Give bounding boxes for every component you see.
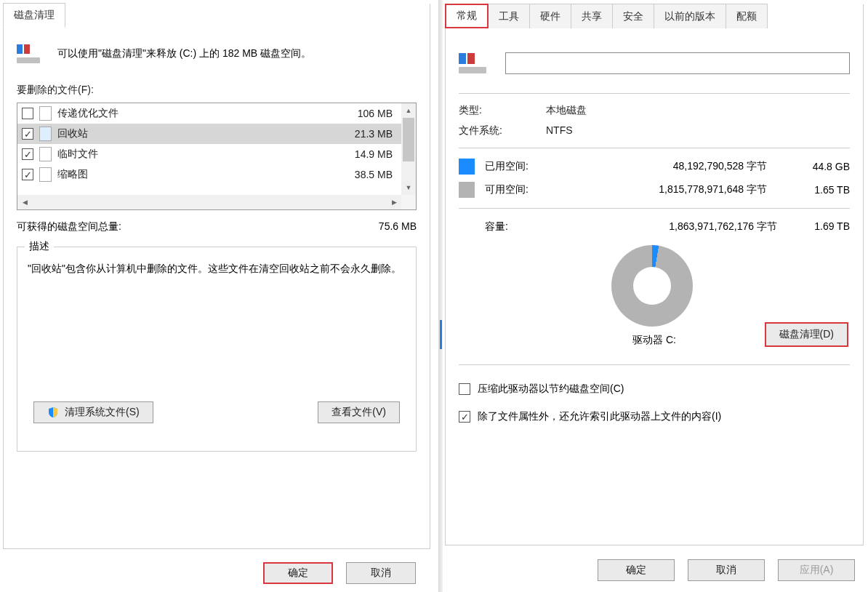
usage-pie-chart [611,245,693,327]
vertical-scrollbar[interactable]: ▲ ▼ [401,103,416,195]
panel-divider [438,0,443,592]
compress-checkbox[interactable] [459,383,470,395]
recycle-bin-icon [39,127,52,141]
free-space-row: 可用空间: 1,815,778,971,648 字节 1.65 TB [459,182,850,198]
free-swatch [459,182,475,198]
cancel-button[interactable]: 取消 [346,562,416,584]
ok-button[interactable]: 确定 [263,562,333,584]
capacity-label: 容量: [485,220,550,233]
scroll-down-button[interactable]: ▼ [401,180,416,195]
shield-icon [47,407,59,418]
used-human: 44.8 GB [784,161,850,172]
used-space-row: 已用空间: 48,192,790,528 字节 44.8 GB [459,159,850,175]
drive-name-row [459,52,850,74]
used-label: 已用空间: [485,160,550,173]
description-text: "回收站"包含你从计算机中删除的文件。这些文件在清空回收站之前不会永久删除。 [28,260,406,278]
drive-icon [459,53,486,73]
divider [459,208,850,209]
tab-security[interactable]: 安全 [612,4,654,28]
total-row: 可获得的磁盘空间总量: 75.6 MB [17,220,417,233]
list-item-label: 临时文件 [57,148,326,161]
list-item[interactable]: 缩略图38.5 MB [17,164,401,185]
intro-row: 可以使用"磁盘清理"来释放 (C:) 上的 182 MB 磁盘空间。 [17,44,417,63]
list-item[interactable]: 回收站21.3 MB [17,124,401,144]
cancel-button[interactable]: 取消 [688,559,765,581]
ok-button[interactable]: 确定 [598,559,675,581]
divider [459,93,850,94]
divider [459,148,850,148]
used-bytes: 48,192,790,528 字节 [560,160,774,173]
horizontal-scrollbar[interactable]: ◀ ▶ [17,195,401,209]
tab-disk-cleanup[interactable]: 磁盘清理 [3,3,65,28]
disk-cleanup-button[interactable]: 磁盘清理(D) [765,322,848,347]
list-item[interactable]: 传递优化文件106 MB [17,103,401,124]
list-item[interactable]: 临时文件14.9 MB [17,144,401,164]
file-icon [39,167,52,182]
scroll-right-button[interactable]: ▶ [387,195,401,209]
type-label: 类型: [459,104,546,117]
drive-icon [17,44,40,63]
scroll-thumb[interactable] [403,118,414,161]
left-tab-row: 磁盘清理 [3,3,430,28]
index-label: 除了文件属性外，还允许索引此驱动器上文件的内容(I) [478,410,721,423]
list-item-label: 传递优化文件 [57,107,326,120]
compress-label: 压缩此驱动器以节约磁盘空间(C) [478,383,624,396]
tab-quota[interactable]: 配额 [726,4,768,28]
filesystem-label: 文件系统: [459,124,546,137]
index-checkbox-row[interactable]: 除了文件属性外，还允许索引此驱动器上文件的内容(I) [459,410,850,423]
tab-sharing[interactable]: 共享 [571,4,613,28]
capacity-row: 容量: 1,863,971,762,176 字节 1.69 TB [459,220,850,233]
list-item-size: 106 MB [331,108,397,119]
description-group: 描述 "回收站"包含你从计算机中删除的文件。这些文件在清空回收站之前不会永久删除… [17,247,417,452]
drive-name-input[interactable] [505,52,850,74]
right-bottom-bar: 确定 取消 应用(A) [445,553,864,588]
view-files-button[interactable]: 查看文件(V) [318,401,400,423]
type-value: 本地磁盘 [546,104,587,117]
list-item-size: 14.9 MB [331,148,397,160]
scroll-corner [401,195,416,209]
apply-button[interactable]: 应用(A) [778,559,855,581]
left-bottom-bar: 确定 取消 [0,556,430,591]
list-item-checkbox[interactable] [22,169,33,180]
list-item-size: 38.5 MB [331,169,397,180]
tab-general[interactable]: 常规 [445,4,489,28]
disk-cleanup-panel: 磁盘清理 可以使用"磁盘清理"来释放 (C:) 上的 182 MB 磁盘空间。 … [3,4,430,549]
divider [459,364,850,365]
list-item-checkbox[interactable] [22,108,33,119]
total-label: 可获得的磁盘空间总量: [17,220,379,233]
list-item-label: 缩略图 [57,168,326,181]
pie-chart-area: 驱动器 C: 磁盘清理(D) [459,241,850,350]
filesystem-value: NTFS [546,124,573,137]
clean-system-files-label: 清理系统文件(S) [65,406,140,419]
compress-checkbox-row[interactable]: 压缩此驱动器以节约磁盘空间(C) [459,383,850,396]
drive-properties-panel: 常规工具硬件共享安全以前的版本配额 类型: 本地磁盘 文件系统: NTFS 已用… [445,4,864,545]
file-icon [39,106,52,121]
tab-hardware[interactable]: 硬件 [529,4,571,28]
description-title: 描述 [25,240,54,253]
scroll-up-button[interactable]: ▲ [401,103,416,118]
free-label: 可用空间: [485,183,550,196]
files-to-delete-label: 要删除的文件(F): [17,84,417,97]
tab-tools[interactable]: 工具 [488,4,530,28]
list-item-label: 回收站 [57,127,326,140]
used-swatch [459,159,475,175]
total-value: 75.6 MB [379,220,417,233]
scroll-left-button[interactable]: ◀ [17,195,32,209]
list-item-checkbox[interactable] [22,148,33,160]
tab-previous-versions[interactable]: 以前的版本 [654,4,726,28]
files-listbox[interactable]: 传递优化文件106 MB回收站21.3 MB临时文件14.9 MB缩略图38.5… [17,103,417,210]
clean-system-files-button[interactable]: 清理系统文件(S) [33,401,153,423]
list-item-checkbox[interactable] [22,128,33,140]
index-checkbox[interactable] [459,411,470,423]
capacity-human: 1.69 TB [784,220,850,233]
list-item-size: 21.3 MB [331,128,397,140]
free-bytes: 1,815,778,971,648 字节 [560,183,774,196]
file-icon [39,147,52,161]
intro-text: 可以使用"磁盘清理"来释放 (C:) 上的 182 MB 磁盘空间。 [57,47,311,60]
right-tab-row: 常规工具硬件共享安全以前的版本配额 [445,4,864,28]
capacity-bytes: 1,863,971,762,176 字节 [550,220,784,233]
free-human: 1.65 TB [784,184,850,196]
